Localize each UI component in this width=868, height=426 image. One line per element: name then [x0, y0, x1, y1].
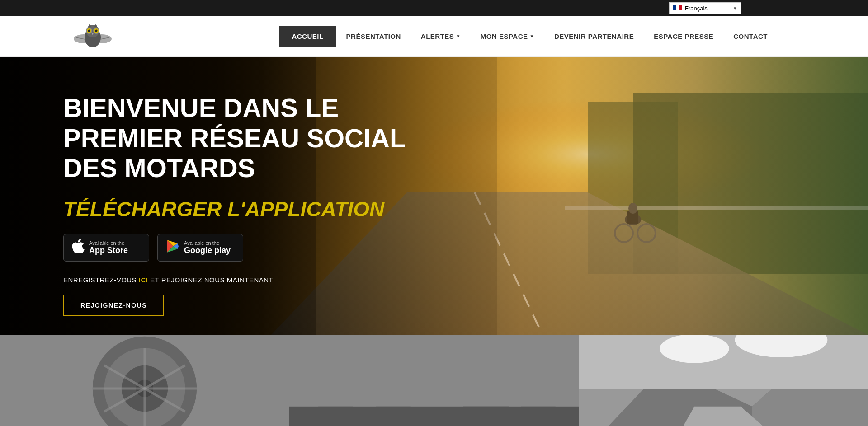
flag-icon [673, 5, 682, 12]
register-ici-link[interactable]: ICI [139, 276, 148, 284]
top-bar: Français ▼ [0, 0, 868, 16]
thumbnails-row [0, 335, 868, 426]
hero-title: BIENVENUE DANS LE PREMIER RÉSEAU SOCIAL … [63, 93, 407, 183]
svg-point-14 [95, 29, 98, 32]
chevron-down-icon: ▼ [733, 6, 737, 11]
nav-item-contact[interactable]: CONTACT [723, 29, 778, 44]
apple-icon [72, 239, 85, 257]
nav-item-alertes[interactable]: ALERTES ▼ [411, 29, 471, 44]
app-store-button[interactable]: Available on the App Store [63, 234, 149, 262]
logo-area [72, 23, 113, 50]
logo[interactable] [72, 23, 113, 50]
alertes-dropdown-icon: ▼ [456, 34, 460, 39]
google-play-label: Google play [184, 246, 231, 256]
site-header: ACCUEIL PRÉSENTATION ALERTES ▼ MON ESPAC… [0, 16, 868, 57]
register-prefix: ENREGISTREZ-VOUS [63, 276, 139, 284]
svg-point-13 [88, 29, 90, 32]
nav-item-accueil[interactable]: ACCUEIL [279, 26, 336, 47]
nav-item-devenir-partenaire[interactable]: DEVENIR PARTENAIRE [544, 29, 644, 44]
main-nav: ACCUEIL PRÉSENTATION ALERTES ▼ MON ESPAC… [279, 26, 778, 47]
nav-item-presentation[interactable]: PRÉSENTATION [336, 29, 411, 44]
svg-rect-52 [289, 335, 579, 407]
app-store-pre-label: Available on the [89, 240, 128, 246]
mon-espace-dropdown-icon: ▼ [530, 34, 534, 39]
nav-item-espace-presse[interactable]: ESPACE PRESSE [644, 29, 723, 44]
hero-subtitle: TÉLÉCHARGER L'APPLICATION [63, 197, 868, 221]
svg-rect-1 [676, 5, 679, 10]
google-play-pre-label: Available on the [184, 240, 231, 246]
hero-section: BIENVENUE DANS LE PREMIER RÉSEAU SOCIAL … [0, 57, 868, 335]
svg-rect-0 [673, 5, 676, 10]
language-selector[interactable]: Français ▼ [669, 2, 741, 14]
thumbnail-3[interactable] [579, 335, 868, 426]
google-play-button[interactable]: Available on the Google play [157, 234, 243, 262]
store-buttons-group: Available on the App Store Availabl [63, 234, 868, 262]
app-store-label: App Store [89, 246, 128, 256]
register-suffix: ET REJOIGNEZ NOUS MAINTENANT [148, 276, 274, 284]
hero-content: BIENVENUE DANS LE PREMIER RÉSEAU SOCIAL … [0, 57, 868, 316]
google-play-icon [166, 239, 179, 257]
svg-rect-2 [679, 5, 682, 10]
app-store-text: Available on the App Store [89, 240, 128, 256]
svg-rect-47 [289, 407, 579, 426]
thumbnail-1[interactable] [0, 335, 289, 426]
svg-point-57 [660, 335, 729, 363]
register-text: ENREGISTREZ-VOUS ICI ET REJOIGNEZ NOUS M… [63, 276, 868, 284]
nav-item-mon-espace[interactable]: MON ESPACE ▼ [471, 29, 544, 44]
join-button[interactable]: REJOIGNEZ-NOUS [63, 295, 164, 316]
lang-label: Français [685, 5, 708, 12]
google-play-text: Available on the Google play [184, 240, 231, 256]
thumbnail-2[interactable] [289, 335, 579, 426]
